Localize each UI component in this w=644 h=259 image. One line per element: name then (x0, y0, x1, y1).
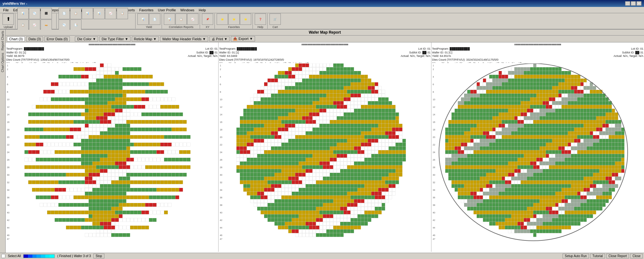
favorites-group: ⭐ ⭐ ⭐ Favorites (215, 14, 253, 29)
menu-user[interactable]: User Profile (156, 8, 178, 12)
chart-options-label[interactable]: Chart Options (0, 52, 5, 74)
wafer-canvas-2 (219, 63, 430, 252)
yield-btn-2[interactable]: 📄 (149, 14, 160, 25)
correlation-label: Correlation Reports (169, 25, 193, 29)
data-tab[interactable]: Data (3) (26, 36, 43, 41)
close-btn[interactable]: × (636, 1, 641, 6)
content-toolbar: Chart (3) Data (3) Error Data (0) Die Co… (6, 36, 644, 42)
star-icon-2: ⭐ (232, 18, 236, 21)
yield-1: Yield: 66.9079 (6, 54, 24, 58)
report-charts-label[interactable]: Report Charts (0, 30, 5, 52)
chart-area-icon: 📈 (33, 24, 36, 26)
wafer-id-1: Wafer ID: 01 [1] (6, 51, 26, 55)
stop-btn[interactable]: Stop (93, 254, 104, 258)
menu-help[interactable]: Help (197, 8, 208, 12)
cart-group: 🛒 Cart (268, 14, 282, 29)
window-controls[interactable]: _ □ × (625, 1, 641, 6)
sublot-id-2: Sublot ID: ██-31 (409, 51, 430, 55)
yield-btn-1[interactable]: 📊 (137, 14, 149, 25)
wafer-panel-3: ▮▮▮▮▮▮▮▮▮▮▮▮▮▮▮▮▮▮▮▮▮▮▮▮▮▮▮▮▮▮▮▮▮▮▮▮▮▮▮ … (431, 42, 644, 252)
star-icon-1: ⭐ (221, 18, 224, 21)
corr-chart-icon: 📊 (168, 18, 171, 21)
param-btn-1[interactable]: 📄 (58, 8, 70, 19)
param-btn-6[interactable]: 📋 (117, 8, 128, 19)
menu-favorites[interactable]: Favorites (137, 8, 155, 12)
setup-auto-run-btn[interactable]: Setup Auto Run (563, 254, 589, 258)
corr-doc-icon: 📋 (180, 18, 183, 21)
star-icon-3: ⭐ (244, 18, 247, 21)
param-btn-7[interactable]: 📉 (58, 19, 70, 31)
chart-icon-4: 📊 (97, 12, 101, 15)
progress-label: ( Finished ) Wafer 3 of 3 (57, 254, 91, 258)
param-btn-2[interactable]: 📋 (70, 8, 81, 19)
bins-btn-3[interactable]: ⬛ (41, 8, 52, 19)
doc-icon-1: 📄 (63, 12, 66, 15)
sidebar: Report Charts Chart Options (0, 30, 6, 253)
close-report-btn[interactable]: Close Report (606, 254, 629, 258)
header-fields-dropdown[interactable]: Wafer Map Header Fields ▼ (160, 36, 208, 41)
yield-group: 📊 📄 Yield (136, 14, 162, 29)
barcode-1: ▮▮▮▮▮▮▮▮▮▮▮▮▮▮▮▮▮▮▮▮▮▮▮▮▮▮▮▮▮▮▮▮▮▮▮▮▮▮▮ (6, 43, 218, 47)
status-right-buttons: Setup Auto Run Tutorial Close Report Clo… (563, 254, 643, 258)
xy-icon: 📌 (206, 18, 209, 21)
filters-1: Filters: (Bin Type: H), (Bins: All), (Pr… (6, 62, 218, 63)
bins-btn-1[interactable]: 📊 (17, 8, 29, 19)
help-icon: ❓ (259, 18, 262, 21)
sublot-id-3: Sublot ID: ██-31 (622, 51, 643, 55)
grid-icon: ⬛ (45, 12, 48, 15)
param-btn-3[interactable]: 📊 (82, 8, 93, 19)
bins-analysis-group: 📊 📉 ⬛ 📋 📈 🥧 Bin(s) Analysis (16, 14, 57, 29)
wafer-panel-2: ▮▮▮▮▮▮▮▮▮▮▮▮▮▮▮▮▮▮▮▮▮▮▮▮▮▮▮▮▮▮▮▮▮▮▮▮▮▮▮ … (219, 42, 431, 252)
tutorial-btn[interactable]: Tutorial (590, 254, 605, 258)
progress-seg-6 (45, 255, 50, 258)
cart-btn[interactable]: 🛒 (269, 14, 281, 25)
bins-btn-5[interactable]: 📈 (29, 19, 40, 31)
param-btn-4[interactable]: 📊 (93, 8, 105, 19)
fav-btn-2[interactable]: ⭐ (228, 14, 240, 25)
bins-btn-2[interactable]: 📉 (29, 8, 40, 19)
fav-btn-3[interactable]: ⭐ (240, 14, 251, 25)
select-all-checkbox[interactable] (1, 254, 5, 258)
yield-doc-icon: 📄 (153, 18, 156, 21)
bins-btn-6[interactable]: 🥧 (41, 19, 52, 31)
parametric-group: 📄 📋 📊 📊 📈 📋 📉 📑 Parametric Test Result(s… (57, 14, 136, 29)
test-program-2: TestProgram: ██████████ (219, 47, 257, 51)
dies-count-1: Dies Count (TF/T/P/FX/U): 1354/1354/907/… (6, 58, 218, 62)
param-btn-8[interactable]: 📑 (70, 19, 81, 31)
actual-target-2: Actual: N/A, Target: N/A (401, 54, 430, 58)
export-btn[interactable]: 📤 Export ▼ (231, 36, 255, 41)
corr-btn-2[interactable]: 📋 (175, 14, 187, 25)
help-group: ❓ Help (253, 14, 268, 29)
die-type-filter-dropdown[interactable]: Die Type Filter ▼ (99, 36, 130, 41)
help-btn[interactable]: ❓ (255, 14, 266, 25)
die-color-dropdown[interactable]: Die Color ▼ (75, 36, 98, 41)
barcode-3: ▮▮▮▮▮▮▮▮▮▮▮▮▮▮▮▮▮▮▮▮▮▮▮▮▮▮▮▮▮▮▮▮▮▮▮▮▮▮▮ (432, 43, 643, 47)
wafer-panel-1: ▮▮▮▮▮▮▮▮▮▮▮▮▮▮▮▮▮▮▮▮▮▮▮▮▮▮▮▮▮▮▮▮▮▮▮▮▮▮▮ … (6, 42, 219, 252)
param-btn-5[interactable]: 📈 (105, 8, 116, 19)
corr-scatter-icon: 📈 (191, 18, 194, 21)
toolbar: ⬆ Upload 📊 📉 ⬛ 📋 📈 🥧 Bin(s) Analysis 📄 📋… (0, 13, 644, 30)
close-btn-status[interactable]: Close (630, 254, 643, 258)
wafer-id-3: Wafer ID: 01 [C] (432, 51, 452, 55)
titlebar: yieldWers Ver - _ □ × (0, 0, 644, 7)
progress-seg-1 (24, 255, 28, 258)
upload-btn[interactable]: ⬆ (3, 14, 14, 25)
menu-windows[interactable]: Windows (178, 8, 196, 12)
minimize-btn[interactable]: _ (625, 1, 630, 6)
fav-btn-1[interactable]: ⭐ (217, 14, 228, 25)
print-btn[interactable]: 🖨 Print ▼ (209, 36, 230, 41)
chart-icon-3: 📊 (86, 12, 89, 15)
xy-btn[interactable]: 📌 (202, 14, 213, 25)
progress-seg-2 (28, 255, 32, 258)
corr-btn-3[interactable]: 📈 (187, 14, 198, 25)
maximize-btn[interactable]: □ (631, 1, 636, 6)
chart-tab[interactable]: Chart (3) (7, 36, 25, 41)
lot-id-1: Lot ID: 01 (205, 47, 218, 51)
wafer-info-3: TestProgram: ██████████ Lot ID: 01 Wafer… (432, 47, 643, 63)
doc-icon-2: 📋 (74, 12, 77, 15)
menu-file[interactable]: File (1, 8, 11, 12)
reticle-map-dropdown[interactable]: Reticle Map ▼ (132, 36, 159, 41)
corr-btn-1[interactable]: 📊 (164, 14, 175, 25)
error-data-tab[interactable]: Error Data (0) (44, 36, 70, 41)
bins-btn-4[interactable]: 📋 (17, 19, 29, 31)
